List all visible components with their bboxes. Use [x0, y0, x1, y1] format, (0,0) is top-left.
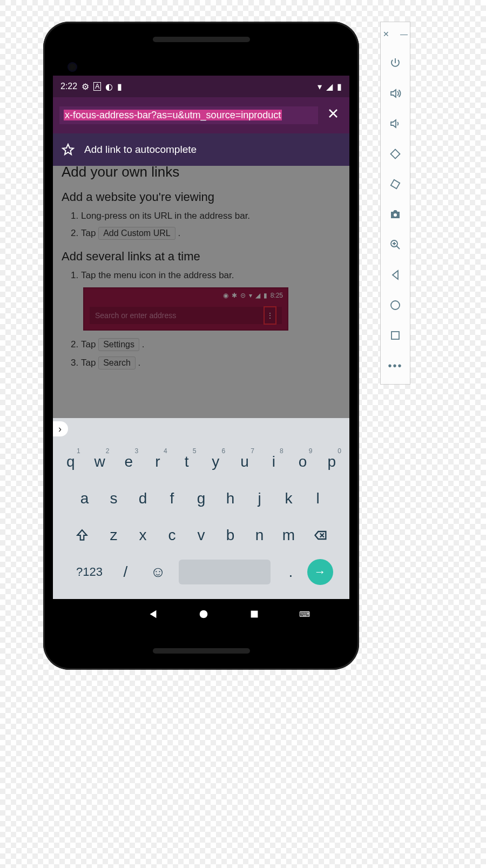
- demo-searchbar: Search or enter address ⋮: [90, 307, 282, 324]
- address-bar-region: x-focus-address-bar?as=u&utm_source=inpr…: [53, 97, 349, 133]
- back-nav-icon[interactable]: [147, 608, 159, 620]
- more-button[interactable]: •••: [388, 358, 403, 373]
- home-button[interactable]: [388, 298, 403, 313]
- keyboard-expand-chevron[interactable]: ›: [53, 421, 68, 436]
- slash-key[interactable]: /: [110, 555, 141, 589]
- status-clock: 2:22: [60, 82, 77, 91]
- back-button[interactable]: [388, 267, 403, 282]
- key-u[interactable]: u7: [231, 445, 259, 479]
- key-y[interactable]: y6: [202, 445, 230, 479]
- soft-keyboard[interactable]: › q1w2e3r4t5y6u7i8o9p0 asdfghjkl zxcvbnm…: [53, 418, 349, 599]
- key-n[interactable]: n: [246, 519, 274, 552]
- key-o[interactable]: o9: [289, 445, 317, 479]
- clear-url-button[interactable]: [323, 105, 343, 126]
- ui-pill: Settings: [98, 338, 139, 351]
- key-b[interactable]: b: [217, 519, 245, 552]
- ui-pill: Add Custom URL: [98, 227, 176, 240]
- star-icon: [62, 143, 75, 156]
- firefox-icon: ◐: [105, 82, 113, 92]
- key-x[interactable]: x: [129, 519, 157, 552]
- key-j[interactable]: j: [246, 482, 274, 515]
- zoom-button[interactable]: [388, 237, 403, 252]
- key-g[interactable]: g: [187, 482, 215, 515]
- wifi-icon: ▾: [318, 82, 322, 92]
- ime-switch-icon[interactable]: ⌨: [299, 610, 310, 618]
- key-d[interactable]: d: [129, 482, 157, 515]
- key-k[interactable]: k: [275, 482, 303, 515]
- list-item: Long-press on its URL in the address bar…: [81, 211, 341, 221]
- list-a: Long-press on its URL in the address bar…: [62, 211, 341, 240]
- battery-icon: ▮: [337, 82, 342, 92]
- autocomplete-label: Add link to autocomplete: [84, 144, 197, 156]
- demo-statusbar: ◉✱⊝▾◢▮ 8:25: [223, 292, 283, 299]
- power-button[interactable]: [388, 56, 403, 71]
- key-a[interactable]: a: [71, 482, 99, 515]
- key-f[interactable]: f: [158, 482, 186, 515]
- page-body-dimmed: Add your own links Add a website you're …: [53, 166, 349, 421]
- card-icon: A: [93, 82, 101, 91]
- list-item: Tap Search .: [81, 356, 341, 369]
- key-s[interactable]: s: [100, 482, 128, 515]
- key-r[interactable]: r4: [144, 445, 172, 479]
- svg-rect-2: [391, 150, 400, 159]
- status-bar: 2:22 ⚙ A ◐ ▮ ▾ ◢ ▮: [53, 76, 349, 97]
- svg-rect-3: [391, 180, 400, 189]
- emulator-minimize-icon[interactable]: —: [400, 30, 408, 38]
- key-v[interactable]: v: [187, 519, 215, 552]
- key-h[interactable]: h: [217, 482, 245, 515]
- svg-point-6: [391, 301, 400, 309]
- menu-dots-highlighted: ⋮: [264, 306, 276, 325]
- svg-rect-7: [392, 332, 399, 339]
- gear-icon: ⚙: [82, 82, 89, 92]
- status-right: ▾ ◢ ▮: [318, 82, 342, 92]
- camera-lens: [68, 62, 77, 72]
- rotate-left-button[interactable]: [388, 146, 403, 162]
- url-selected-text[interactable]: x-focus-address-bar?as=u&utm_source=inpr…: [64, 110, 282, 120]
- overview-nav-icon[interactable]: [248, 608, 260, 620]
- key-q[interactable]: q1: [57, 445, 85, 479]
- section-heading-b: Add several links at a time: [62, 250, 341, 264]
- keyboard-suggestion-strip[interactable]: ›: [53, 418, 349, 440]
- key-p[interactable]: p0: [318, 445, 346, 479]
- svg-rect-1: [251, 611, 258, 618]
- key-m[interactable]: m: [275, 519, 303, 552]
- system-nav-bar: ⌨: [53, 599, 349, 629]
- list-b-cont: Tap Settings . Tap Search .: [62, 338, 341, 369]
- shift-key[interactable]: [65, 519, 99, 552]
- svg-point-4: [394, 213, 397, 217]
- sd-icon: ▮: [117, 82, 122, 92]
- key-w[interactable]: w2: [86, 445, 114, 479]
- volume-down-button[interactable]: [388, 116, 403, 131]
- overview-button[interactable]: [388, 328, 403, 343]
- autocomplete-suggestion[interactable]: Add link to autocomplete: [53, 133, 349, 166]
- key-t[interactable]: t5: [173, 445, 201, 479]
- symbols-key[interactable]: ?123: [70, 555, 109, 589]
- key-e[interactable]: e3: [114, 445, 143, 479]
- list-b: Tap the menu icon in the address bar.: [62, 270, 341, 281]
- ui-pill: Search: [98, 356, 136, 369]
- screenshot-button[interactable]: [388, 207, 403, 222]
- device-screen: 2:22 ⚙ A ◐ ▮ ▾ ◢ ▮ x-focus-address-bar?a…: [53, 76, 349, 629]
- emulator-toolbar: ✕ — •••: [380, 22, 410, 385]
- key-i[interactable]: i8: [260, 445, 288, 479]
- rotate-right-button[interactable]: [388, 177, 403, 192]
- emulator-close-icon[interactable]: ✕: [383, 30, 389, 38]
- list-item: Tap Add Custom URL .: [81, 227, 341, 240]
- url-field[interactable]: x-focus-address-bar?as=u&utm_source=inpr…: [59, 106, 318, 124]
- emoji-key[interactable]: ☺: [143, 555, 174, 589]
- volume-up-button[interactable]: [388, 86, 403, 101]
- signal-icon: ◢: [326, 82, 333, 92]
- key-z[interactable]: z: [100, 519, 128, 552]
- space-key[interactable]: [179, 560, 271, 584]
- section-heading-a: Add a website you're viewing: [62, 190, 341, 204]
- enter-key[interactable]: →: [307, 559, 333, 585]
- page-heading-cut: Add your own links: [62, 166, 341, 180]
- backspace-key[interactable]: [304, 519, 338, 552]
- home-nav-icon[interactable]: [198, 608, 210, 620]
- list-item: Tap the menu icon in the address bar.: [81, 270, 341, 281]
- svg-point-0: [200, 610, 208, 618]
- key-l[interactable]: l: [304, 482, 332, 515]
- key-c[interactable]: c: [158, 519, 186, 552]
- period-key[interactable]: .: [275, 555, 307, 589]
- list-item: Tap Settings .: [81, 338, 341, 351]
